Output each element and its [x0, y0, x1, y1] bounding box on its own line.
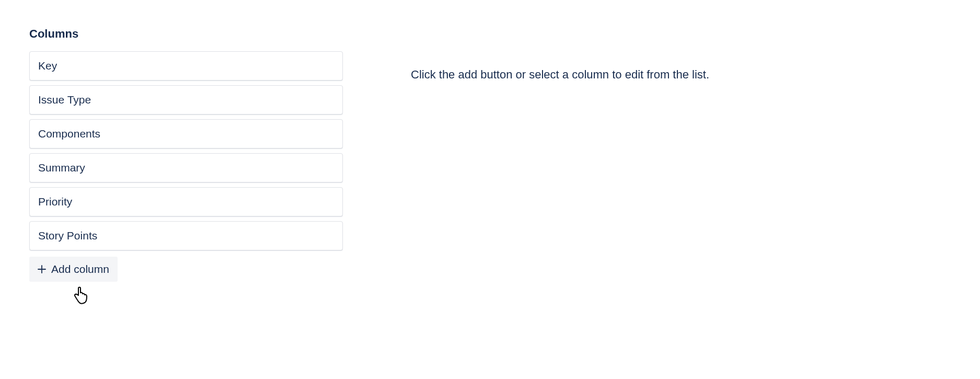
cursor-pointer-icon — [72, 286, 90, 308]
column-item-story-points[interactable]: Story Points — [29, 221, 343, 250]
column-item-issue-type[interactable]: Issue Type — [29, 85, 343, 114]
plus-icon — [37, 264, 47, 274]
add-column-button[interactable]: Add column — [29, 257, 118, 282]
hint-text: Click the add button or select a column … — [411, 68, 951, 82]
column-item-components[interactable]: Components — [29, 119, 343, 148]
column-item-summary[interactable]: Summary — [29, 153, 343, 182]
column-list: Key Issue Type Components Summary Priori… — [29, 51, 343, 250]
columns-heading: Columns — [29, 27, 343, 41]
column-item-key[interactable]: Key — [29, 51, 343, 81]
column-item-priority[interactable]: Priority — [29, 187, 343, 216]
hint-panel: Click the add button or select a column … — [411, 27, 951, 282]
add-column-label: Add column — [51, 263, 109, 275]
columns-panel: Columns Key Issue Type Components Summar… — [29, 27, 343, 282]
